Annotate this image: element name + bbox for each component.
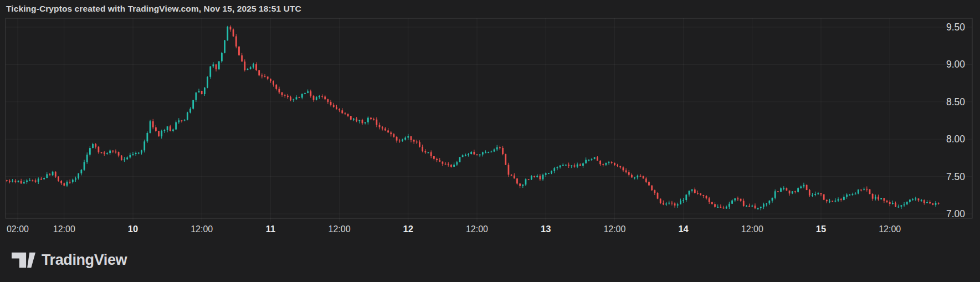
svg-text:12:00: 12:00 [879,224,901,234]
svg-text:11: 11 [266,224,275,234]
candlestick-chart: 9.509.008.508.007.507.0002:0012:001012:0… [0,0,980,282]
svg-text:9.00: 9.00 [946,59,965,70]
plot-frame [6,18,972,218]
svg-text:02:00: 02:00 [7,224,29,234]
price-axis-labels: 9.509.008.508.007.507.00 [946,22,965,219]
svg-text:12:00: 12:00 [603,224,625,234]
tradingview-snapshot: Ticking-Cryptos created with TradingView… [0,0,980,282]
svg-text:14: 14 [678,224,689,234]
svg-text:12:00: 12:00 [466,224,488,234]
time-axis-labels: 02:0012:001012:001112:001212:001312:0014… [7,224,901,234]
svg-text:9.50: 9.50 [946,22,965,33]
svg-text:12:00: 12:00 [53,224,75,234]
svg-text:12:00: 12:00 [191,224,213,234]
svg-text:7.50: 7.50 [946,171,965,182]
tradingview-logo-text: TradingView [42,252,127,269]
chart-canvas: 9.509.008.508.007.507.0002:0012:001012:0… [0,0,980,282]
tradingview-logo-icon [12,252,35,268]
svg-text:13: 13 [541,224,551,234]
svg-text:10: 10 [128,224,138,234]
tradingview-logo: TradingView [12,252,127,269]
svg-text:12:00: 12:00 [329,224,351,234]
svg-text:8.50: 8.50 [946,96,965,107]
svg-text:7.00: 7.00 [946,208,965,219]
candles-layer [6,25,940,211]
svg-text:12:00: 12:00 [741,224,763,234]
svg-text:8.00: 8.00 [946,134,965,145]
svg-text:15: 15 [816,224,826,234]
svg-text:12: 12 [403,224,413,234]
grid-layer [6,18,972,222]
